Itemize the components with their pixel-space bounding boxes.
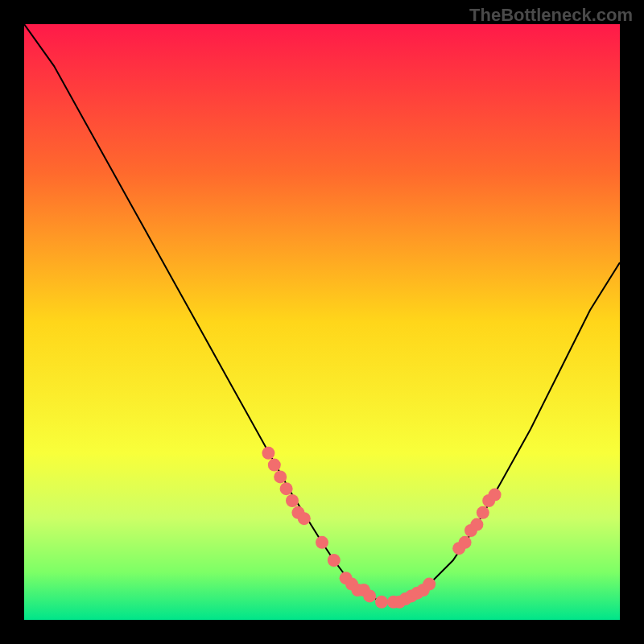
marker-dot [489, 489, 502, 502]
marker-dot [286, 494, 299, 507]
marker-dot [470, 518, 483, 531]
marker-dot [459, 536, 472, 549]
marker-dot [363, 589, 376, 602]
marker-dot [268, 459, 281, 472]
marker-dot [274, 470, 287, 483]
watermark-label: TheBottleneck.com [469, 5, 633, 26]
marker-dot [328, 554, 341, 567]
chart-background [24, 24, 620, 620]
marker-dot [477, 506, 489, 519]
marker-dot [262, 447, 275, 460]
marker-dot [423, 578, 436, 591]
chart-plot-area [24, 24, 620, 620]
marker-dot [298, 512, 311, 525]
chart-svg [24, 24, 620, 620]
marker-dot [280, 482, 293, 495]
marker-dot [375, 596, 388, 609]
marker-dot [316, 536, 328, 549]
